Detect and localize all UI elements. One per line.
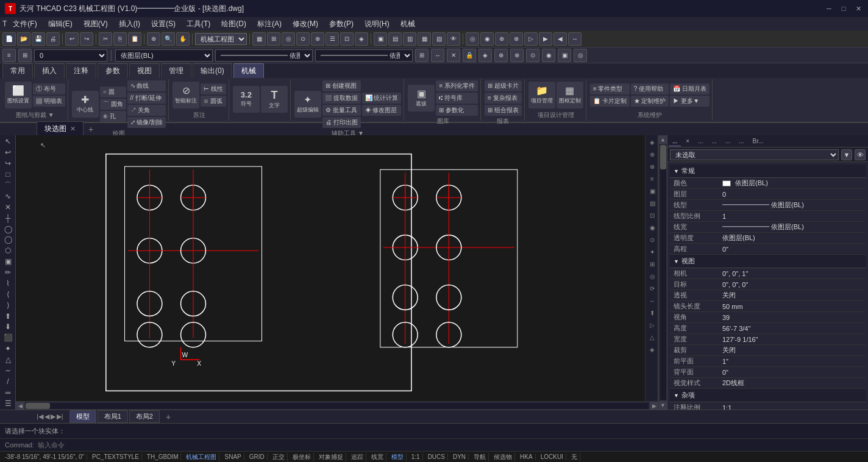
status-hka[interactable]: HKA	[518, 453, 536, 460]
menu-settings[interactable]: 设置(S)	[146, 18, 180, 30]
section-misc[interactable]: ▼ 杂项	[670, 389, 866, 402]
tb-more4[interactable]: ⊗	[510, 32, 523, 46]
menu-help[interactable]: 说明(H)	[360, 18, 394, 30]
nav-first[interactable]: |◀	[37, 413, 43, 421]
rs-btn16[interactable]: ▷	[647, 319, 658, 330]
tb-extra1[interactable]: ▦	[252, 32, 266, 46]
menu-view[interactable]: 视图(V)	[79, 18, 113, 30]
layer-extra3[interactable]: ✕	[447, 49, 460, 62]
tb-extra8[interactable]: ◈	[355, 32, 368, 46]
status-otrack[interactable]: 追踪	[349, 453, 366, 461]
scrollbar-vertical[interactable]: ▲ ▼	[658, 135, 667, 410]
rs-btn7[interactable]: ⊡	[647, 210, 658, 221]
lbtn-hex[interactable]: ⬡	[1, 246, 15, 256]
tb-more1[interactable]: ◎	[466, 32, 479, 46]
tb-more3[interactable]: ⊕	[495, 32, 508, 46]
lbtn-redo[interactable]: ↪	[1, 158, 15, 169]
btn-super-edit[interactable]: ✦ 超级编辑	[294, 91, 321, 118]
lbtn-undo[interactable]: ↩	[1, 147, 15, 158]
prop-perspective-value[interactable]: 关闭	[719, 291, 866, 300]
cut-button[interactable]: ✂	[99, 32, 112, 46]
btn-hole[interactable]: ⊕ 孔	[100, 111, 126, 122]
prop-camera-value[interactable]: 0", 0", 1"	[719, 270, 866, 277]
lbtn-menu[interactable]: ☰	[1, 398, 15, 408]
layer-select[interactable]: 0	[34, 49, 107, 62]
zoom-button[interactable]: 🔍	[162, 32, 175, 46]
tab-view[interactable]: 视图	[129, 63, 160, 78]
btn-complex-report[interactable]: ≡ 复杂报表	[485, 93, 522, 104]
btn-customize[interactable]: ★ 定制维护	[631, 96, 669, 107]
prop-color-value[interactable]: 依图层(BL)	[719, 179, 866, 188]
status-scale[interactable]: 1:1	[409, 453, 423, 460]
rp-tab1[interactable]: ...	[669, 137, 681, 146]
btn-series-parts[interactable]: ≡ 系列化零件	[436, 80, 478, 91]
tab-machine[interactable]: 机械	[233, 63, 264, 78]
lbtn-cross[interactable]: ✕	[1, 202, 15, 212]
section-view[interactable]: ▼ 视图	[670, 255, 866, 268]
menu-draw[interactable]: 绘图(D)	[216, 18, 251, 30]
lineweight-select[interactable]: ━━━━━━━━━━ 依图层(BL)	[315, 49, 413, 62]
lbtn-star[interactable]: ✦	[1, 344, 15, 354]
layer-props-button[interactable]: ⊞	[18, 49, 32, 62]
menu-file[interactable]: 文件(F)	[8, 18, 41, 30]
tb-more7[interactable]: ◀	[553, 32, 567, 46]
tb-extra3[interactable]: ◎	[282, 32, 295, 46]
lbtn-fill[interactable]: ⬛	[1, 333, 15, 343]
lbtn-select[interactable]: ↖	[1, 137, 15, 147]
status-dyn[interactable]: DYN	[450, 453, 469, 460]
rs-btn12[interactable]: ◎	[647, 271, 658, 282]
btn-chamfer[interactable]: ↗ 关角	[127, 105, 166, 116]
lbtn-left[interactable]: ⟨	[1, 289, 15, 299]
nav-prev[interactable]: ◀	[44, 413, 49, 421]
rs-btn9[interactable]: ⊙	[647, 234, 658, 245]
doc-tab-kuai-close[interactable]: ✕	[70, 125, 76, 133]
rp-tab-br[interactable]: Br...	[749, 137, 767, 146]
rs-btn14[interactable]: ↔	[647, 295, 658, 306]
btn-smart-dim[interactable]: ⊘ 智能标注	[173, 82, 199, 108]
prop-clip-value[interactable]: 关闭	[719, 346, 866, 355]
lbtn-wave[interactable]: ∼	[1, 366, 15, 376]
redo-button[interactable]: ↪	[80, 32, 93, 46]
model-tab-model[interactable]: 模型	[69, 410, 96, 423]
rs-btn13[interactable]: ⟳	[647, 283, 658, 294]
lbtn-down[interactable]: ⬇	[1, 322, 15, 332]
layer-extra7[interactable]: ⊗	[510, 49, 524, 62]
scroll-thumb-v[interactable]	[660, 145, 666, 169]
tab-common[interactable]: 常用	[2, 63, 33, 78]
model-tab-layout2[interactable]: 布局2	[129, 410, 160, 423]
scroll-left-button[interactable]: ◀	[16, 402, 24, 410]
rs-btn18[interactable]: ◈	[647, 344, 658, 355]
rs-btn5[interactable]: ▣	[647, 185, 658, 196]
copy-button[interactable]: ⎘	[113, 32, 127, 46]
rs-btn1[interactable]: ◈	[647, 137, 658, 147]
btn-combo-report[interactable]: ⊞ 组合报表	[485, 105, 522, 116]
minimize-button[interactable]: ─	[824, 4, 834, 13]
scrollbar-horizontal[interactable]: ◀ ▶	[16, 401, 658, 410]
print-button[interactable]: 🖨	[46, 32, 60, 46]
status-ducs[interactable]: DUCS	[425, 453, 448, 460]
tb-view5[interactable]: ▧	[432, 32, 446, 46]
linetype-select[interactable]: ━━━━━━━━━━ 依图层(BL)	[215, 49, 313, 62]
pan-button[interactable]: ✋	[176, 32, 190, 46]
status-sel[interactable]: 候选物	[491, 453, 515, 461]
rp-tab5[interactable]: ...	[735, 137, 747, 146]
status-lweight[interactable]: 线宽	[369, 453, 386, 461]
rs-btn3[interactable]: ⊗	[647, 161, 658, 172]
btn-curve[interactable]: ∿ 曲线	[127, 80, 166, 91]
save-button[interactable]: 💾	[32, 32, 45, 46]
menu-machine[interactable]: 机械	[396, 18, 420, 30]
layer-extra5[interactable]: ◈	[478, 49, 492, 62]
menu-insert[interactable]: 插入(I)	[114, 18, 145, 30]
layer-extra11[interactable]: ◎	[574, 49, 587, 62]
lbtn-arc[interactable]: ⌒	[1, 180, 15, 191]
prop-height-value[interactable]: 56'-7 3/4"	[719, 325, 866, 332]
tab-params[interactable]: 参数	[98, 63, 128, 78]
tb-extra2[interactable]: ⊞	[267, 32, 280, 46]
lbtn-up[interactable]: ⬆	[1, 311, 15, 321]
tb-view1[interactable]: ▣	[374, 32, 387, 46]
status-none[interactable]: 无	[569, 453, 580, 461]
filter-btn[interactable]: ▼	[841, 149, 852, 160]
tb-more8[interactable]: ↔	[568, 32, 582, 46]
btn-super-card[interactable]: ⊞ 超级卡片	[485, 80, 522, 91]
btn-mirror[interactable]: ⤢ 镜像/割除	[127, 117, 166, 128]
